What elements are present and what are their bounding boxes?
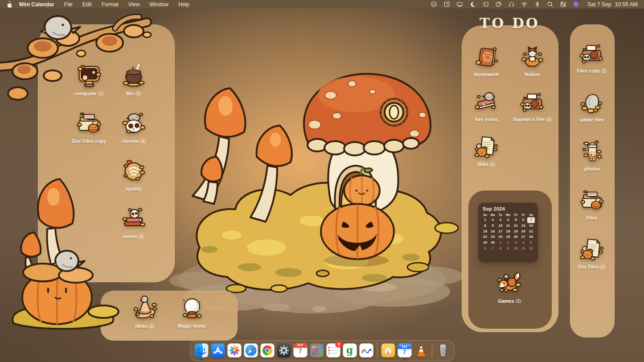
menu-bar-clock[interactable]: Sat 7 Sep 10:55 AM — [587, 1, 638, 8]
calendar-day-cell[interactable]: 4 — [504, 217, 512, 223]
calendar-day-cell[interactable]: 12 — [512, 223, 520, 229]
status-icon-bluetooth[interactable] — [534, 1, 541, 8]
calendar-day-cell[interactable]: 22 — [481, 234, 489, 240]
calendar-day-cell[interactable]: 2 — [489, 217, 496, 223]
dock-item-goodnotes[interactable]: g — [342, 343, 357, 358]
apple-menu-icon[interactable] — [6, 1, 12, 8]
calendar-today-cell[interactable]: 7 — [527, 217, 535, 223]
calendar-day-cell[interactable]: 5 — [527, 240, 535, 246]
calendar-day-cell[interactable]: 12 — [527, 246, 535, 252]
menu-help[interactable]: Help — [178, 1, 189, 8]
desktop-icon-chrome[interactable]: chrome — [120, 110, 147, 158]
menu-format[interactable]: Format — [102, 1, 119, 8]
status-icon-wifi[interactable] — [521, 1, 528, 8]
desktop-icon-bin[interactable]: Bin — [120, 62, 147, 110]
desktop-icon-doc-files[interactable]: Doc Files — [578, 237, 606, 269]
desktop-icon-homework[interactable]: Homework — [474, 45, 499, 89]
status-icon-creative-cloud[interactable] — [431, 1, 438, 8]
status-icon-moon[interactable] — [469, 1, 476, 8]
dock-item-chrome-app[interactable] — [260, 343, 275, 358]
dock-item-launchpad[interactable] — [309, 343, 324, 358]
calendar-day-cell[interactable]: 10 — [512, 246, 520, 252]
desktop-icon-ideas[interactable]: ideas — [131, 295, 158, 329]
calendar-day-cell[interactable]: 25 — [504, 234, 512, 240]
status-icon-stage-manager[interactable] — [482, 1, 489, 8]
calendar-day-cell[interactable]: 9 — [504, 246, 512, 252]
calendar-day-cell[interactable]: 6 — [520, 217, 527, 223]
status-icon-calendar-day[interactable]: 7 — [443, 1, 451, 8]
menu-view[interactable]: View — [128, 1, 140, 8]
calendar-day-cell[interactable]: 10 — [496, 223, 504, 229]
menu-file[interactable]: File — [64, 1, 73, 8]
calendar-day-cell[interactable]: 23 — [489, 234, 496, 240]
calendar-day-cell[interactable]: 11 — [520, 246, 527, 252]
menu-bar: Mini Calendar FileEditFormatViewWindowHe… — [0, 0, 644, 8]
calendar-day-cell[interactable]: 1 — [481, 217, 489, 223]
calendar-day-cell[interactable]: 8 — [496, 246, 504, 252]
dock-item-mini-calendar[interactable]: SEP7 — [397, 343, 412, 358]
calendar-day-cell[interactable]: 26 — [512, 234, 520, 240]
calendar-day-cell[interactable]: 3 — [512, 240, 520, 246]
desktop-icon-adobe-files[interactable]: adobe files — [579, 90, 605, 122]
dock-item-whiteboard-app[interactable] — [359, 343, 374, 358]
calendar-day-cell[interactable]: 5 — [512, 217, 520, 223]
status-icon-control-center[interactable] — [560, 1, 567, 8]
status-icon-headphones[interactable] — [508, 1, 515, 8]
desktop-icon-magic-items[interactable]: Magic items — [178, 295, 206, 329]
calendar-day-cell[interactable]: 20 — [520, 229, 527, 235]
calendar-day-cell[interactable]: 15 — [481, 229, 489, 235]
calendar-day-cell[interactable]: 1 — [496, 240, 504, 246]
calendar-day-cell[interactable]: 30 — [489, 240, 496, 246]
moon-icon — [469, 1, 476, 8]
desktop-icon-computer[interactable]: computer — [74, 62, 104, 110]
dock-item-calendar-app[interactable]: SEP7 — [293, 343, 308, 358]
desktop-icon-doc-files-copy[interactable]: Doc Files copy — [72, 110, 107, 158]
desktop-icon-bills[interactable]: Bills — [474, 134, 499, 179]
dock-item-system-settings[interactable] — [276, 343, 291, 358]
calendar-day-cell[interactable]: 4 — [520, 240, 527, 246]
calendar-day-cell[interactable]: 19 — [512, 229, 520, 235]
dock-item-photos-app[interactable] — [227, 343, 242, 358]
desktop-icon-key-notes[interactable]: key notes — [474, 89, 499, 134]
calendar-day-cell[interactable]: 16 — [489, 229, 496, 235]
calendar-day-cell[interactable]: 17 — [496, 229, 504, 235]
desktop-icon-games[interactable]: Games — [496, 268, 524, 304]
app-menu-title[interactable]: Mini Calendar — [19, 1, 54, 8]
calendar-day-cell[interactable]: 24 — [496, 234, 504, 240]
calendar-day-cell[interactable]: 6 — [481, 246, 489, 252]
dock-item-character-app[interactable] — [381, 343, 396, 358]
menu-edit[interactable]: Edit — [82, 1, 92, 8]
dock-item-vlc[interactable] — [414, 343, 429, 358]
calendar-day-cell[interactable]: 2 — [504, 240, 512, 246]
calendar-day-cell[interactable]: 29 — [481, 240, 489, 246]
dock-item-finder[interactable] — [194, 343, 209, 358]
status-icon-windows-copy[interactable] — [495, 1, 502, 8]
calendar-day-cell[interactable]: 13 — [520, 223, 527, 229]
dock-item-app-store[interactable] — [210, 343, 226, 358]
calendar-day-cell[interactable]: 11 — [504, 223, 512, 229]
status-icon-search[interactable] — [547, 1, 554, 8]
desktop-icon-memo[interactable]: memo — [120, 205, 147, 253]
desktop-icon-suprem-s-file[interactable]: Suprem's File — [513, 89, 552, 134]
calendar-day-cell[interactable]: 3 — [496, 217, 504, 223]
desktop-icon-files-copy[interactable]: Files copy — [577, 41, 607, 73]
calendar-day-cell[interactable]: 28 — [527, 234, 535, 240]
calendar-day-cell[interactable]: 8 — [481, 223, 489, 229]
calendar-day-cell[interactable]: 27 — [520, 234, 527, 240]
dock-item-trash[interactable] — [435, 343, 451, 358]
calendar-day-cell[interactable]: 9 — [489, 223, 496, 229]
status-icon-display[interactable] — [456, 1, 464, 8]
calendar-day-cell[interactable]: 14 — [527, 223, 535, 229]
dock-item-safari[interactable] — [243, 343, 258, 358]
calendar-day-cell[interactable]: 18 — [504, 229, 512, 235]
calendar-day-cell[interactable]: 7 — [489, 246, 496, 252]
dock-item-reminders[interactable]: 3 — [326, 343, 341, 358]
calendar-day-cell[interactable]: 21 — [527, 229, 535, 235]
mini-calendar-widget[interactable]: Sep 2024 SuMoTuWeThFrSa 1234567891011121… — [478, 203, 538, 262]
desktop-icon-notion[interactable]: Notion — [520, 45, 545, 89]
menu-window[interactable]: Window — [150, 1, 169, 8]
desktop-icon-photos[interactable]: photos — [579, 139, 605, 171]
desktop-icon-spotify[interactable]: spotify — [120, 158, 147, 205]
desktop-icon-files[interactable]: Files — [579, 188, 605, 220]
status-icon-siri[interactable] — [573, 1, 580, 8]
